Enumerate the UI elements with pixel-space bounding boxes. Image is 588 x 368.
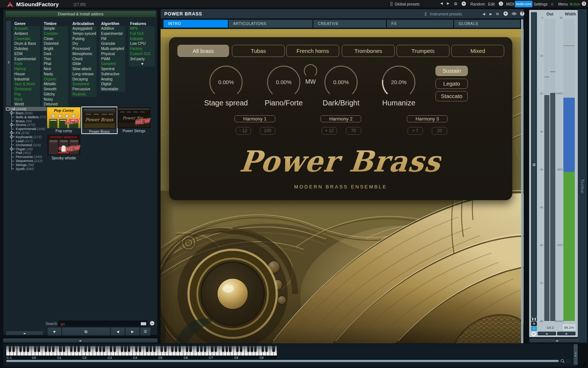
black-key[interactable] [135, 346, 137, 352]
tree-item-bass[interactable]: Bass (636) [6, 111, 47, 115]
tree-expander-icon[interactable] [10, 111, 14, 115]
black-key[interactable] [34, 346, 36, 352]
tree-item-synth[interactable]: Synth (680) [6, 167, 47, 171]
black-key[interactable] [124, 346, 126, 352]
black-key[interactable] [186, 346, 188, 352]
filter-item[interactable]: Organic [42, 77, 68, 82]
section-button-mixed[interactable]: Mixed [451, 45, 504, 57]
keyboard-vscroll[interactable]: ▴▾ [574, 344, 578, 365]
fader-thumb-icon[interactable]: ▤ [532, 162, 536, 167]
filter-item[interactable]: Glide [71, 61, 97, 66]
articulation-button-sustain[interactable]: Sustain [435, 66, 468, 76]
filter-item[interactable]: Complex [42, 31, 68, 36]
preset-thumbnail-popcorny[interactable]: Pop Corny NEW [47, 107, 80, 128]
out-meter-handle[interactable]: ◂▸ [538, 332, 556, 335]
resize-grip[interactable] [581, 361, 586, 367]
sidebar-bottom-divider[interactable]: ◂▸ [3, 338, 158, 343]
forward-icon[interactable]: ▶ [447, 1, 449, 5]
back-icon[interactable]: ◀ [440, 1, 443, 5]
black-key[interactable] [139, 346, 141, 352]
mod-wheel-knob[interactable] [304, 65, 317, 75]
black-key[interactable] [121, 346, 123, 352]
filter-item[interactable]: Hiphop [13, 66, 40, 72]
filter-item[interactable]: Slow attack [71, 66, 97, 72]
filter-item[interactable]: Processed [71, 46, 97, 51]
home-icon[interactable]: ⌂ [551, 1, 553, 6]
black-key[interactable] [85, 346, 87, 352]
add-circle-icon[interactable]: + [462, 1, 466, 6]
tree-item-all[interactable]: All (4449) [6, 107, 47, 111]
zoom-icon[interactable] [560, 359, 565, 363]
add-circle-icon[interactable]: + [503, 11, 508, 16]
menu-list-icon[interactable]: ☰ [140, 327, 151, 336]
filter-item[interactable]: Pop [13, 92, 40, 97]
filter-item[interactable]: Experimental [100, 31, 125, 36]
filter-item[interactable]: Factory [129, 46, 155, 51]
power-icon[interactable]: ⏻ [531, 326, 537, 331]
filter-item[interactable]: ♥ [129, 61, 155, 66]
filter-item[interactable]: World [13, 102, 40, 107]
filter-item[interactable]: Tempo synced [71, 31, 97, 36]
filter-item[interactable]: PWM [100, 57, 125, 62]
midi-button[interactable]: MIDI [506, 2, 514, 6]
section-button-french-horns[interactable]: French horns [286, 45, 339, 57]
filter-item[interactable]: Wavetable [100, 87, 125, 92]
preset-thumbnail-powerstrings[interactable]: Power Str NEW [117, 107, 151, 128]
filter-item[interactable]: Jazz & blues [13, 82, 40, 87]
section-button-trombones[interactable]: Trombones [342, 45, 395, 57]
tree-item-sequences[interactable]: Sequences (212) [6, 159, 47, 163]
filter-item[interactable]: Drum & Bass [13, 41, 40, 46]
back-icon[interactable]: ◀ [483, 12, 485, 16]
settings-button[interactable]: Settings [534, 2, 548, 6]
filter-item[interactable]: Funk [13, 61, 40, 66]
filter-item[interactable]: Acoustic [13, 26, 40, 31]
filter-item[interactable]: Long release [71, 72, 97, 77]
preset-thumbnail-spooky[interactable]: SPOOKY WHISTLE NEW [47, 134, 80, 155]
preset-thumbnail-label[interactable]: Pop corny [47, 129, 80, 133]
black-key[interactable] [215, 346, 217, 352]
keyboard-hscroll-thumb[interactable] [6, 360, 559, 362]
tree-item-fx[interactable]: FX (676) [6, 131, 47, 135]
filter-item[interactable]: Dubstep [13, 46, 40, 51]
tree-expander-icon[interactable] [10, 147, 14, 151]
filter-item[interactable]: Clean [42, 36, 68, 42]
filter-item[interactable]: Percussive [71, 87, 97, 92]
external-icon[interactable]: ⧉ [496, 12, 499, 16]
knob-arc[interactable] [210, 66, 242, 94]
preset-thumbnail-powerbrass[interactable]: Power Brass [83, 108, 116, 129]
tree-item-brass[interactable]: Brass (99) [6, 119, 47, 123]
black-key[interactable] [189, 346, 191, 352]
search-input[interactable]: po [58, 321, 148, 326]
filter-item[interactable]: Pulsing [71, 36, 97, 42]
filter-item[interactable]: Realistic [71, 92, 97, 97]
filter-item[interactable]: Bright [42, 46, 68, 51]
filter-item[interactable]: Chord [71, 57, 97, 62]
keyboard-icon[interactable] [141, 322, 146, 325]
info-circle-icon[interactable]: ! [499, 1, 503, 6]
filter-item[interactable]: Dark [42, 51, 68, 57]
tab-creative[interactable]: CREATIVE [313, 20, 386, 28]
tree-expander-icon[interactable] [10, 131, 14, 135]
pause-icon[interactable]: ❚❚ [531, 317, 537, 321]
filter-item[interactable]: Additive [100, 26, 125, 31]
black-key[interactable] [171, 346, 173, 352]
black-key[interactable] [74, 346, 76, 352]
help-circle-icon[interactable]: ? [520, 11, 524, 16]
filter-item[interactable]: Nasty [42, 72, 68, 77]
filter-item[interactable]: Glitchy [42, 92, 68, 97]
black-key[interactable] [9, 346, 11, 352]
filter-item[interactable]: Nice [42, 66, 68, 72]
filter-item[interactable]: Dry [71, 41, 97, 46]
filter-item[interactable]: FM [100, 36, 125, 42]
filter-item[interactable]: Sampled [100, 61, 125, 66]
forward-icon[interactable]: ▶ [490, 12, 492, 16]
scroll-up-icon[interactable]: ▴ [574, 351, 578, 354]
filter-item[interactable]: Simple [42, 26, 68, 31]
black-key[interactable] [27, 346, 29, 352]
eye-icon[interactable] [512, 12, 517, 15]
filter-item[interactable]: Noisy [42, 97, 68, 102]
black-key[interactable] [96, 346, 98, 352]
instrument-presets-button[interactable]: Instrument presets [430, 12, 462, 16]
filter-item[interactable]: Sustained [71, 82, 97, 87]
tab-globals[interactable]: GLOBALS [454, 20, 520, 28]
